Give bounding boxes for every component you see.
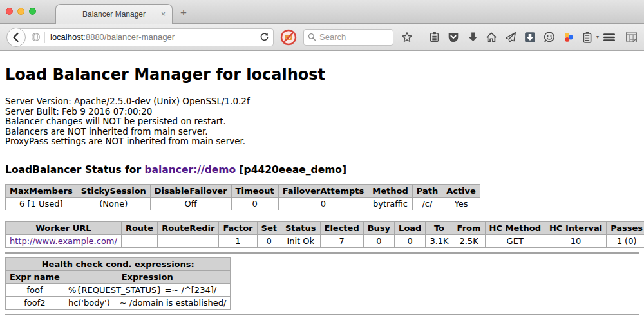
cell-active: Yes: [442, 197, 480, 210]
cell-passes: 1 (0): [607, 234, 644, 247]
cell-hc-method: GET: [485, 234, 545, 247]
menu-hamburger-icon[interactable]: [603, 32, 616, 43]
proxypass-note-line: ProxyPass settings are NOT inherited fro…: [5, 136, 639, 147]
col-hc-interval: HC Interval: [545, 221, 606, 234]
browser-tab[interactable]: Balancer Manager ×: [55, 4, 173, 24]
table-header-row: Expr name Expression: [6, 270, 231, 283]
title-bar: Balancer Manager × +: [0, 0, 644, 24]
cell-routeredir: [158, 234, 219, 247]
clipboard-icon[interactable]: [429, 32, 440, 42]
url-bar[interactable]: localhost:8880/balancer-manager: [16, 28, 274, 46]
cell-expression: %{REQUEST_STATUS} =~ /^[234]/: [64, 283, 231, 296]
inherit-note-line: Balancers are NOT inherited from main se…: [5, 127, 639, 137]
tab-title: Balancer Manager: [82, 10, 146, 19]
health-table-title: Health check cond. expressions:: [6, 257, 231, 270]
table-header-row: MaxMembers StickySession DisableFailover…: [6, 184, 480, 197]
status-heading-prefix: LoadBalancer Status for: [5, 164, 144, 176]
page-grid-icon[interactable]: [625, 31, 638, 43]
server-built-line: Server Built: Feb 9 2016 07:00:20: [5, 107, 639, 117]
col-factor: Factor: [219, 221, 257, 234]
page-title: Load Balancer Manager for localhost: [5, 66, 639, 84]
cell-method: bytraffic: [368, 197, 412, 210]
search-bar[interactable]: [303, 29, 393, 46]
cell-timeout: 0: [231, 197, 278, 210]
col-to: To: [426, 221, 453, 234]
toolbar-divider: [421, 31, 421, 44]
col-path: Path: [412, 184, 442, 197]
col-failoverattempts: FailoverAttempts: [278, 184, 368, 197]
bookmark-star-icon[interactable]: [401, 32, 413, 43]
close-window-button[interactable]: [6, 8, 13, 15]
cell-factor: 1: [219, 234, 257, 247]
worker-row: http://www.example.com/ 1 0 Init Ok 7 0 …: [6, 234, 644, 247]
window-controls: [6, 8, 36, 15]
status-heading-suffix: [p4420eeae_demo]: [236, 164, 346, 176]
table-title-row: Health check cond. expressions:: [6, 257, 231, 270]
col-hc-method: HC Method: [485, 221, 545, 234]
image-block-icon[interactable]: [280, 29, 297, 46]
url-text[interactable]: localhost:8880/balancer-manager: [50, 32, 260, 42]
chat-smiley-icon[interactable]: [544, 32, 555, 43]
cell-maxmembers: 6 [1 Used]: [6, 197, 77, 210]
col-load: Load: [395, 221, 426, 234]
cell-status: Init Ok: [281, 234, 320, 247]
table-row: foof %{REQUEST_STATUS} =~ /^[234]/: [6, 283, 231, 296]
url-path: :8880/balancer-manager: [83, 32, 175, 42]
cell-expr-name: foof: [6, 283, 64, 296]
minimize-window-button[interactable]: [17, 8, 24, 15]
cell-busy: 0: [363, 234, 394, 247]
cell-worker-url: http://www.example.com/: [6, 234, 122, 247]
col-stickysession: StickySession: [77, 184, 150, 197]
back-arrow-icon: [11, 32, 21, 42]
reload-icon[interactable]: [260, 32, 269, 42]
back-button[interactable]: [6, 28, 26, 47]
table-header-row: Worker URL Route RouteRedir Factor Set S…: [6, 221, 644, 234]
loadbalancer-status-heading: LoadBalancer Status for balancer://demo …: [5, 164, 639, 176]
bottom-rule: [5, 314, 639, 315]
toolbar-icons: ▾: [401, 31, 599, 44]
balancer-demo-link[interactable]: balancer://demo: [144, 164, 236, 176]
browser-window: Balancer Manager × + localhost:8880/bala…: [0, 0, 644, 316]
worker-url-link[interactable]: http://www.example.com/: [10, 236, 117, 246]
url-domain: localhost: [50, 32, 83, 42]
health-check-table: Health check cond. expressions: Expr nam…: [5, 257, 231, 310]
col-from: From: [453, 221, 485, 234]
downloads-icon[interactable]: [467, 32, 478, 42]
cell-stickysession: (None): [77, 197, 150, 210]
pocket-icon[interactable]: [448, 32, 459, 43]
balancer-note-line: Balancer changes will NOT be persisted o…: [5, 116, 639, 127]
col-expr-name: Expr name: [6, 270, 64, 283]
cell-disablefailover: Off: [150, 197, 231, 210]
home-icon[interactable]: [486, 32, 497, 43]
chevron-down-icon[interactable]: ▾: [596, 34, 599, 40]
balancer-summary-table: MaxMembers StickySession DisableFailover…: [5, 184, 480, 210]
tab-close-icon[interactable]: ×: [161, 10, 166, 19]
cell-hc-interval: 10: [545, 234, 606, 247]
cell-load: 0: [395, 234, 426, 247]
col-disablefailover: DisableFailover: [150, 184, 231, 197]
cell-to: 3.1K: [426, 234, 453, 247]
table-row: 6 [1 Used] (None) Off 0 0 bytraffic /c/ …: [6, 197, 480, 210]
col-passes: Passes: [607, 221, 644, 234]
table-row: foof2 hc('body') =~ /domain is establish…: [6, 296, 231, 309]
toolbar-right-group: [603, 31, 638, 43]
cell-set: 0: [257, 234, 281, 247]
col-expression: Expression: [64, 270, 231, 283]
col-route: Route: [121, 221, 157, 234]
divider-rule: [5, 252, 639, 254]
colored-dots-icon[interactable]: [563, 32, 574, 43]
zoom-window-button[interactable]: [29, 8, 36, 15]
new-tab-button[interactable]: +: [180, 7, 187, 18]
send-plane-icon[interactable]: [505, 32, 516, 43]
cell-failoverattempts: 0: [278, 197, 368, 210]
search-input[interactable]: [319, 32, 384, 42]
server-version-line: Server Version: Apache/2.5.0-dev (Unix) …: [5, 97, 639, 107]
battery-icon[interactable]: [582, 32, 592, 43]
download-helper-icon[interactable]: [524, 32, 536, 43]
urlbar-divider: [44, 32, 45, 43]
cell-from: 2.5K: [453, 234, 485, 247]
col-active: Active: [442, 184, 480, 197]
col-elected: Elected: [320, 221, 363, 234]
col-set: Set: [257, 221, 281, 234]
col-method: Method: [368, 184, 412, 197]
